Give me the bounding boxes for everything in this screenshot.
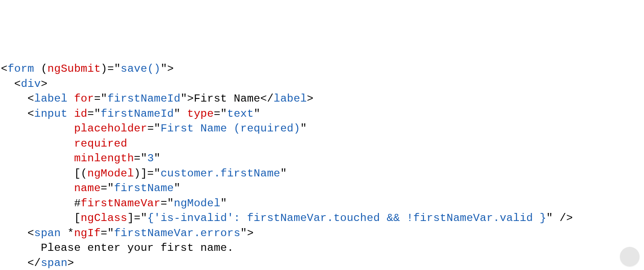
- punct: ">: [241, 227, 254, 239]
- attr-required: required: [74, 138, 127, 150]
- punct: <: [1, 78, 21, 90]
- punct: <: [1, 63, 8, 75]
- tag-form: form: [8, 63, 34, 75]
- tag-input: input: [34, 108, 68, 120]
- punct: ">: [180, 93, 194, 105]
- punct: =": [101, 227, 114, 239]
- val-ngClass-expr: {'is-invalid': firstNameVar.touched && !…: [147, 212, 546, 224]
- punct: )]=": [134, 168, 161, 180]
- text-error-msg: Please enter your first name.: [1, 242, 234, 254]
- punct: =": [94, 93, 108, 105]
- punct: =": [134, 152, 147, 164]
- punct: ": [300, 123, 307, 135]
- val-ngModel: ngModel: [174, 197, 220, 209]
- punct: =": [161, 197, 174, 209]
- attr-ngIf: ngIf: [74, 227, 101, 239]
- attr-type: type: [187, 108, 214, 120]
- punct: </: [260, 93, 274, 105]
- tag-span-close: span: [41, 257, 67, 269]
- attr-ngModel: ngModel: [87, 168, 134, 180]
- punct: >: [67, 257, 74, 269]
- val-errors: firstNameVar.errors: [114, 227, 240, 239]
- val-firstName: firstName: [114, 182, 174, 194]
- val-firstNameId: firstNameId: [101, 108, 174, 120]
- punct: <: [1, 93, 34, 105]
- attr-ngClass: ngClass: [81, 212, 127, 224]
- val-save: save(): [120, 63, 160, 75]
- code-block: <form (ngSubmit)="save()"> <div> <label …: [1, 61, 643, 270]
- attr-minlength: minlength: [74, 152, 134, 164]
- val-customer-firstName: customer.firstName: [161, 168, 280, 180]
- punct: ">: [161, 63, 174, 75]
- punct: ": [280, 168, 287, 180]
- punct: #: [1, 197, 81, 209]
- val-placeholder: First Name (required): [161, 123, 300, 135]
- punct: </: [1, 257, 41, 269]
- punct: [67, 93, 74, 105]
- punct: ": [220, 197, 227, 209]
- indent: [1, 152, 74, 164]
- punct: >: [41, 78, 47, 90]
- play-icon: [611, 234, 644, 270]
- punct: (: [34, 63, 48, 75]
- val-text: text: [227, 108, 254, 120]
- indent: [1, 138, 74, 150]
- indent: [1, 123, 74, 135]
- punct: [(: [1, 168, 87, 180]
- tag-span: span: [34, 227, 61, 239]
- punct: ": [174, 108, 187, 120]
- tag-label: label: [34, 93, 68, 105]
- attr-placeholder: placeholder: [74, 123, 147, 135]
- punct: >: [307, 93, 314, 105]
- punct: )=": [101, 63, 121, 75]
- attr-id: id: [74, 108, 87, 120]
- text-firstname: First Name: [194, 93, 260, 105]
- punct: <: [1, 227, 34, 239]
- punct: " />: [546, 212, 573, 224]
- val-firstNameId: firstNameId: [107, 93, 180, 105]
- punct: =": [101, 182, 114, 194]
- punct: *: [61, 227, 74, 239]
- attr-for: for: [74, 93, 94, 105]
- punct: ": [253, 108, 260, 120]
- punct: =": [147, 123, 161, 135]
- punct: [: [1, 212, 81, 224]
- punct: [67, 108, 74, 120]
- attr-name: name: [74, 182, 101, 194]
- punct: ": [154, 152, 161, 164]
- punct: =": [214, 108, 227, 120]
- val-3: 3: [147, 152, 154, 164]
- punct: <: [1, 108, 34, 120]
- tag-label-close: label: [274, 93, 307, 105]
- punct: =": [87, 108, 101, 120]
- tag-div: div: [21, 78, 41, 90]
- attr-ngSubmit: ngSubmit: [47, 63, 100, 75]
- play-button[interactable]: [620, 247, 640, 266]
- indent: [1, 182, 74, 194]
- punct: ": [174, 182, 181, 194]
- punct: ]=": [127, 212, 147, 224]
- tmpl-firstNameVar: firstNameVar: [81, 197, 161, 209]
